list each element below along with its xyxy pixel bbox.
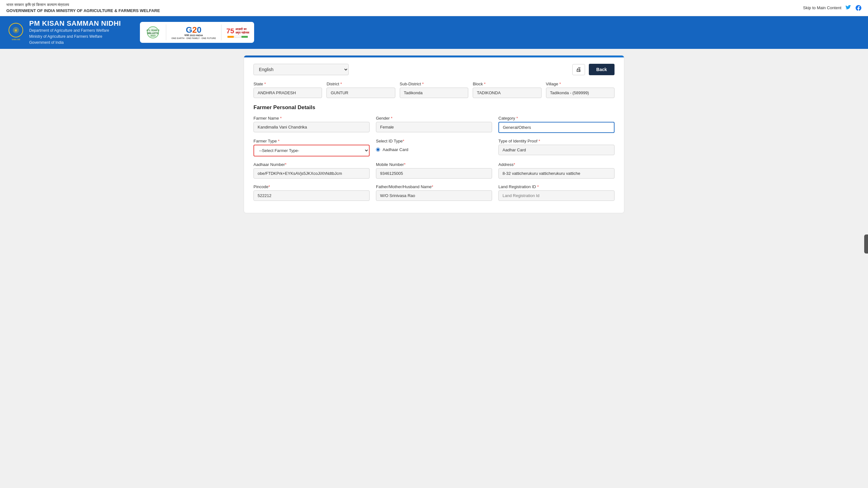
millets-logo: INT'L YEAR OF MILLETS 2023 bbox=[145, 26, 161, 39]
top-right-controls: 🖨 Back bbox=[572, 64, 615, 75]
app-title: PM KISAN SAMMAN NIDHI bbox=[29, 19, 121, 28]
farmer-row-3: Aadhaar Number* Mobile Number* Address* bbox=[253, 162, 615, 179]
fmh-group: Father/Mother/Husband Name* bbox=[376, 184, 492, 201]
state-input[interactable] bbox=[253, 88, 322, 98]
category-input[interactable] bbox=[498, 122, 615, 133]
svg-text:2023: 2023 bbox=[150, 35, 155, 37]
farmer-row-4: Pincode* Father/Mother/Husband Name* Lan… bbox=[253, 184, 615, 201]
aadhaar-group: Aadhaar Number* bbox=[253, 162, 370, 179]
header: 🏛 सत्यमेव जयते PM KISAN SAMMAN NIDHI Dep… bbox=[0, 16, 868, 49]
mobile-group: Mobile Number* bbox=[376, 162, 492, 179]
fmh-label: Father/Mother/Husband Name* bbox=[376, 184, 492, 189]
subdistrict-label: Sub-District * bbox=[400, 82, 468, 86]
id-type-group: Select ID Type* Aadhaar Card bbox=[376, 139, 492, 156]
print-button[interactable]: 🖨 bbox=[572, 64, 585, 75]
svg-text:MILLETS: MILLETS bbox=[148, 32, 159, 35]
header-logo: 🏛 सत्यमेव जयते PM KISAN SAMMAN NIDHI Dep… bbox=[6, 19, 121, 46]
form-card-body: English 🖨 Back State * bbox=[244, 57, 624, 213]
section-title: Farmer Personal Details bbox=[253, 104, 615, 111]
identity-proof-input[interactable] bbox=[498, 145, 615, 155]
farmer-row-1: Farmer Name * Gender * Category * bbox=[253, 116, 615, 133]
pincode-label: Pincode* bbox=[253, 184, 370, 189]
district-input[interactable] bbox=[327, 88, 395, 98]
category-label: Category * bbox=[498, 116, 615, 121]
address-input[interactable] bbox=[498, 168, 615, 179]
gender-label: Gender * bbox=[376, 116, 492, 121]
subtitle3: Government of India bbox=[29, 40, 121, 46]
g20-logo: G20 भारत 2023 INDIA ONE EARTH · ONE FAMI… bbox=[171, 26, 216, 39]
category-group: Category * bbox=[498, 116, 615, 133]
aadhaar-radio[interactable] bbox=[376, 148, 380, 152]
top-bar: भारत सरकार कृषि एवं किसान कल्याण मंत्राल… bbox=[0, 0, 868, 16]
farmer-name-group: Farmer Name * bbox=[253, 116, 370, 133]
mobile-label: Mobile Number* bbox=[376, 162, 492, 167]
aadhaar-label: Aadhaar Number* bbox=[253, 162, 370, 167]
state-field-group: State * bbox=[253, 82, 322, 98]
district-required: * bbox=[340, 82, 342, 86]
pincode-group: Pincode* bbox=[253, 184, 370, 201]
block-required: * bbox=[484, 82, 486, 86]
form-card: English 🖨 Back State * bbox=[244, 55, 624, 213]
subdistrict-field-group: Sub-District * bbox=[400, 82, 468, 98]
farmer-name-label: Farmer Name * bbox=[253, 116, 370, 121]
block-label: Block * bbox=[473, 82, 541, 86]
fmh-input[interactable] bbox=[376, 190, 492, 201]
back-button[interactable]: Back bbox=[589, 64, 615, 75]
farmer-type-label: Farmer Type * bbox=[253, 139, 370, 144]
district-label: District * bbox=[327, 82, 395, 86]
village-label: Village * bbox=[546, 82, 615, 86]
language-select[interactable]: English bbox=[253, 64, 349, 75]
pincode-input[interactable] bbox=[253, 190, 370, 201]
print-icon: 🖨 bbox=[576, 66, 582, 73]
svg-text:सत्यमेव जयते: सत्यमेव जयते bbox=[11, 38, 21, 41]
header-logos: INT'L YEAR OF MILLETS 2023 G20 भारत 2023… bbox=[140, 22, 254, 43]
farmer-name-input[interactable] bbox=[253, 122, 370, 132]
farmer-type-select[interactable]: --Select Farmer Type- bbox=[253, 145, 370, 156]
state-label: State * bbox=[253, 82, 322, 86]
block-input[interactable] bbox=[473, 88, 541, 98]
subdistrict-input[interactable] bbox=[400, 88, 468, 98]
district-field-group: District * bbox=[327, 82, 395, 98]
twitter-icon[interactable] bbox=[845, 5, 851, 11]
village-required: * bbox=[559, 82, 561, 86]
top-bar-left: भारत सरकार कृषि एवं किसान कल्याण मंत्राल… bbox=[6, 2, 160, 14]
gender-input[interactable] bbox=[376, 122, 492, 132]
address-label: Address* bbox=[498, 162, 615, 167]
location-row: State * District * Sub-District * bbox=[253, 82, 615, 98]
english-text: GOVERNMENT OF INDIA MINISTRY OF AGRICULT… bbox=[6, 8, 160, 14]
hindi-text: भारत सरकार कृषि एवं किसान कल्याण मंत्राल… bbox=[6, 2, 160, 8]
identity-proof-group: Type of Identity Proof * bbox=[498, 139, 615, 156]
id-type-radio-group: Aadhaar Card bbox=[376, 147, 492, 152]
mobile-input[interactable] bbox=[376, 168, 492, 179]
village-input[interactable] bbox=[546, 88, 615, 98]
block-field-group: Block * bbox=[473, 82, 541, 98]
gender-group: Gender * bbox=[376, 116, 492, 133]
subdistrict-required: * bbox=[422, 82, 424, 86]
subtitle2: Ministry of Agriculture and Farmers Welf… bbox=[29, 34, 121, 40]
aadhaar-radio-label: Aadhaar Card bbox=[382, 147, 408, 152]
azadi-logo: 75 आज़ादी का अमृत महोत्सव bbox=[226, 27, 249, 38]
facebook-icon[interactable] bbox=[855, 5, 862, 11]
land-reg-label: Land Registration ID * bbox=[498, 184, 615, 189]
land-reg-group: Land Registration ID * bbox=[498, 184, 615, 201]
emblem-icon: 🏛 सत्यमेव जयते bbox=[6, 21, 25, 43]
subtitle1: Department of Agriculture and Farmers We… bbox=[29, 28, 121, 34]
identity-proof-label: Type of Identity Proof * bbox=[498, 139, 615, 144]
top-controls: English 🖨 Back bbox=[253, 64, 615, 75]
address-group: Address* bbox=[498, 162, 615, 179]
svg-text:🏛: 🏛 bbox=[14, 29, 17, 32]
skip-link[interactable]: Skip to Main Content bbox=[803, 5, 841, 10]
aadhaar-input[interactable] bbox=[253, 168, 370, 179]
farmer-row-2: Farmer Type * --Select Farmer Type- Sele… bbox=[253, 139, 615, 156]
id-type-label: Select ID Type* bbox=[376, 139, 492, 144]
main-content: English 🖨 Back State * bbox=[0, 49, 868, 220]
header-title-block: PM KISAN SAMMAN NIDHI Department of Agri… bbox=[29, 19, 121, 46]
farmer-type-group: Farmer Type * --Select Farmer Type- bbox=[253, 139, 370, 156]
land-reg-input[interactable] bbox=[498, 190, 615, 201]
svg-text:INT'L YEAR OF: INT'L YEAR OF bbox=[147, 29, 159, 31]
state-required: * bbox=[264, 82, 266, 86]
top-bar-right: Skip to Main Content bbox=[803, 5, 862, 11]
village-field-group: Village * bbox=[546, 82, 615, 98]
